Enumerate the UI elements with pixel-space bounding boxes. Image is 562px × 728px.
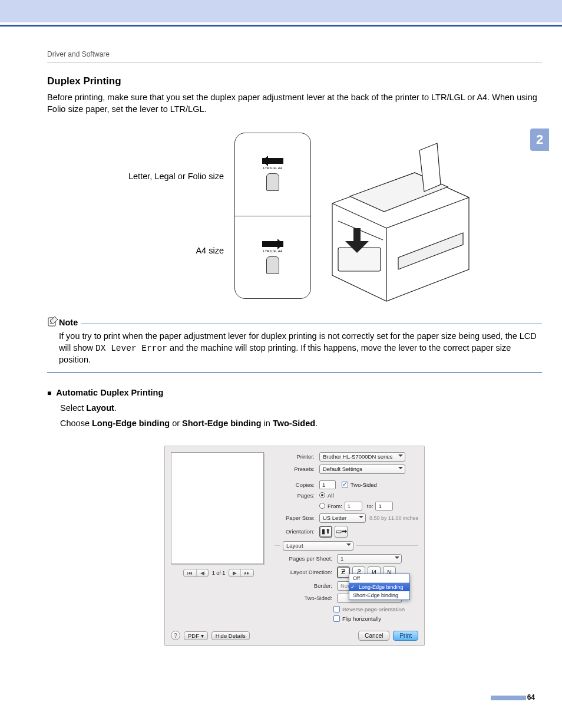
twosided-checkbox-label: Two-Sided (351, 482, 377, 488)
reverse-page-label: Reverse page orientation (342, 606, 405, 612)
auto-line-1: Select Layout. (60, 403, 542, 413)
section-select[interactable]: Layout (283, 541, 353, 551)
layoutdir-label: Layout Direction: (275, 569, 332, 575)
note-title: Note (59, 318, 78, 327)
flip-checkbox[interactable] (333, 615, 340, 622)
auto-line-2: Choose Long-Edge binding or Short-Edge b… (60, 419, 542, 428)
printer-label: Printer: (275, 453, 315, 460)
pps-label: Pages per Sheet: (275, 555, 332, 562)
from-label: From: (328, 503, 342, 509)
breadcrumb: Driver and Software (47, 50, 542, 62)
border-label: Border: (275, 582, 332, 589)
note-body: If you try to print when the paper adjus… (47, 327, 542, 373)
chapter-tab: 2 (530, 129, 549, 151)
dd-option-off[interactable]: Off (349, 574, 409, 582)
from-input[interactable]: 1 (345, 502, 362, 510)
papersize-dimensions: 8.50 by 11.00 inches (369, 515, 418, 521)
orientation-portrait-button[interactable]: ▮⬆ (319, 526, 332, 538)
pdf-button[interactable]: PDF ▾ (184, 631, 208, 640)
twosided-dropdown-open[interactable]: Off Long-Edge binding Short-Edge binding (349, 574, 410, 600)
flip-label: Flip horizontally (342, 615, 381, 622)
help-button[interactable]: ? (171, 631, 180, 640)
presets-select[interactable]: Default Settings (319, 465, 405, 474)
print-dialog: ⏮◀ 1 of 1 ▶⏭ Printer: Brother HL-S7000DN… (164, 446, 425, 646)
dd-option-long-edge[interactable]: Long-Edge binding (349, 583, 409, 591)
to-label: to: (367, 503, 373, 509)
pages-label: Pages: (275, 492, 315, 499)
cancel-button[interactable]: Cancel (358, 631, 389, 641)
svg-rect-3 (338, 248, 381, 271)
note-icon (47, 315, 59, 327)
pager-text: 1 of 1 (212, 570, 226, 576)
note-block: Note If you try to print when the paper … (47, 315, 542, 373)
twosided-select-label: Two-Sided: (275, 595, 332, 601)
pages-range-radio[interactable] (319, 503, 325, 509)
pps-select[interactable]: 1 (337, 554, 402, 564)
pager-prev-group[interactable]: ⏮◀ (183, 569, 209, 577)
dd-option-short-edge[interactable]: Short-Edge binding (349, 591, 409, 599)
lever-label-ltr: Letter, Legal or Folio size (47, 172, 224, 181)
presets-label: Presets: (275, 466, 315, 472)
printer-illustration (315, 133, 480, 304)
lever-label-a4: A4 size (47, 246, 224, 255)
hide-details-button[interactable]: Hide Details (211, 631, 250, 640)
reverse-page-checkbox[interactable] (333, 606, 340, 612)
page-number: 64 (47, 693, 542, 701)
twosided-checkbox[interactable] (342, 482, 348, 488)
intro-text: Before printing, make sure that you set … (47, 92, 542, 115)
lever-closeup-illustration: LTR/LGL A4 LTR/LGL A4 (234, 133, 311, 299)
pages-all-label: All (328, 492, 334, 499)
papersize-select[interactable]: US Letter (319, 513, 366, 523)
lcd-error-code: DX Lever Error (95, 344, 167, 353)
print-preview (171, 452, 264, 564)
orientation-label: Orientation: (275, 528, 315, 535)
papersize-label: Paper Size: (275, 515, 315, 521)
pages-all-radio[interactable] (319, 492, 325, 498)
to-input[interactable]: 1 (375, 502, 393, 510)
copies-label: Copies: (275, 482, 315, 488)
pager-next-group[interactable]: ▶⏭ (229, 569, 254, 577)
copies-input[interactable]: 1 (319, 480, 336, 489)
orientation-landscape-button[interactable]: ▭➡ (335, 526, 348, 538)
layoutdir-1[interactable]: Ƶ (337, 566, 350, 578)
printer-select[interactable]: Brother HL-S7000DN series (319, 452, 405, 462)
auto-duplex-heading: ■ Automatic Duplex Printing (47, 388, 542, 397)
lever-diagram-row: Letter, Legal or Folio size A4 size LTR/… (47, 133, 542, 304)
heading-duplex-printing: Duplex Printing (47, 75, 542, 87)
print-button[interactable]: Print (393, 631, 418, 641)
